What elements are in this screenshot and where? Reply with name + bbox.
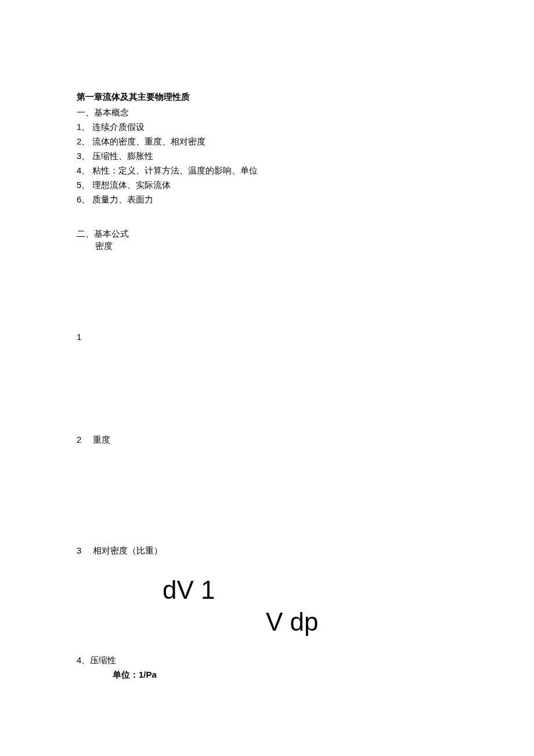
unit-line: 单位：1/Pa bbox=[77, 670, 457, 681]
formula-display: dV 1 V dp bbox=[77, 574, 457, 638]
formula-row-4: 4、压缩性 bbox=[77, 655, 457, 666]
formula-index-1: 1 bbox=[77, 332, 457, 342]
chapter-title: 第一章流体及其主要物理性质 bbox=[77, 92, 457, 103]
list-num: 5、 bbox=[77, 180, 90, 190]
unit-value: 1/Pa bbox=[139, 670, 157, 679]
list-item: 6、 质量力、表面力 bbox=[77, 194, 457, 205]
section-2-sub: 密度 bbox=[77, 241, 457, 252]
formula-line-1: dV 1 bbox=[163, 574, 457, 606]
formula-label-3: 相对密度（比重） bbox=[93, 546, 163, 555]
list-item: 2、 流体的密度、重度、相对密度 bbox=[77, 136, 457, 147]
formula-label-4: 压缩性 bbox=[90, 656, 116, 665]
list-num: 4、 bbox=[77, 165, 90, 175]
formula-row-2: 2 重度 bbox=[77, 435, 457, 446]
formula-index-3: 3 bbox=[77, 545, 91, 555]
formula-label-2: 重度 bbox=[93, 435, 110, 444]
list-text: 质量力、表面力 bbox=[92, 195, 153, 204]
list-text: 流体的密度、重度、相对密度 bbox=[92, 137, 205, 146]
list-item: 4、 粘性：定义、计算方法、温度的影响、单位 bbox=[77, 165, 457, 176]
list-num: 1、 bbox=[77, 122, 90, 132]
formula-index-2: 2 bbox=[77, 435, 91, 444]
formula-line-2: V dp bbox=[163, 606, 457, 638]
list-num: 2、 bbox=[77, 136, 90, 146]
list-num: 3、 bbox=[77, 151, 90, 161]
list-item: 3、 压缩性、膨胀性 bbox=[77, 151, 457, 162]
section-1-heading: 一、基本概念 bbox=[77, 107, 457, 118]
list-text: 理想流体、实际流体 bbox=[92, 180, 171, 190]
list-item: 5、 理想流体、实际流体 bbox=[77, 180, 457, 191]
list-text: 连续介质假设 bbox=[92, 122, 145, 132]
list-item: 1、 连续介质假设 bbox=[77, 122, 457, 133]
formula-index-4: 4、 bbox=[77, 655, 90, 665]
formula-row-3: 3 相对密度（比重） bbox=[77, 545, 457, 556]
list-text: 压缩性、膨胀性 bbox=[92, 151, 153, 161]
section-2-heading: 二、基本公式 bbox=[77, 229, 457, 240]
unit-label: 单位： bbox=[113, 670, 139, 679]
list-text: 粘性：定义、计算方法、温度的影响、单位 bbox=[92, 166, 258, 175]
list-num: 6、 bbox=[77, 194, 90, 204]
